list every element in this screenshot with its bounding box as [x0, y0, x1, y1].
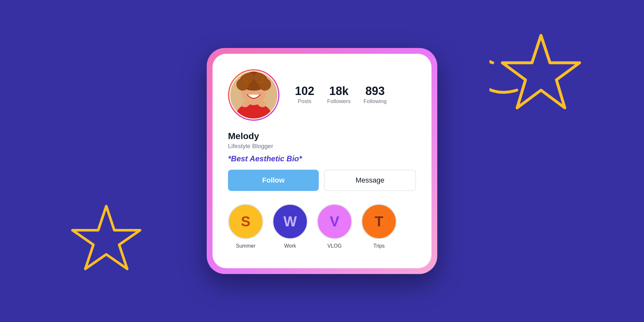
stat-following[interactable]: 893 Following [364, 85, 387, 105]
highlight-letter-work: W [283, 213, 297, 230]
avatar-wrapper [228, 69, 279, 121]
highlight-letter-summer: S [241, 213, 250, 230]
highlight-letter-vlog: V [330, 213, 339, 230]
posts-label: Posts [298, 98, 312, 105]
highlight-circle-work: W [272, 204, 308, 239]
highlight-circle-trips: T [361, 204, 397, 239]
message-button[interactable]: Message [324, 170, 416, 191]
highlight-label-vlog: VLOG [327, 243, 342, 249]
profile-role: Lifestyle Blogger [228, 143, 416, 150]
highlight-circle-vlog: V [317, 204, 352, 239]
stats-container: 102 Posts 18k Followers 893 Following [295, 85, 387, 105]
highlight-item-work[interactable]: WWork [272, 204, 308, 249]
avatar-illustration [230, 71, 277, 118]
profile-name: Melody [228, 131, 416, 141]
action-buttons: Follow Message [228, 170, 416, 191]
highlight-label-work: Work [284, 243, 296, 249]
star-left-decoration [64, 200, 148, 283]
followers-count: 18k [329, 85, 348, 97]
highlight-item-summer[interactable]: SSummer [228, 204, 263, 249]
highlight-label-trips: Trips [374, 243, 385, 249]
highlights-row: SSummerWWorkVVLOGTTrips [228, 204, 416, 249]
highlight-circle-summer: S [228, 204, 263, 239]
profile-info: Melody Lifestyle Blogger *Best Aesthetic… [228, 131, 416, 163]
svg-point-10 [245, 73, 254, 82]
stat-posts[interactable]: 102 Posts [295, 85, 314, 105]
highlight-item-trips[interactable]: TTrips [361, 204, 397, 249]
phone-outer-frame: 102 Posts 18k Followers 893 Following Me… [207, 48, 437, 274]
following-label: Following [364, 98, 387, 105]
stat-followers[interactable]: 18k Followers [327, 85, 351, 105]
avatar-ring [228, 69, 279, 121]
avatar [229, 71, 278, 119]
followers-label: Followers [327, 98, 351, 105]
following-count: 893 [365, 85, 385, 97]
highlight-letter-trips: T [375, 213, 384, 230]
star-right-decoration [489, 26, 592, 129]
phone-mockup: 102 Posts 18k Followers 893 Following Me… [207, 48, 437, 274]
phone-screen: 102 Posts 18k Followers 893 Following Me… [213, 54, 431, 268]
posts-count: 102 [295, 85, 314, 97]
svg-point-11 [254, 73, 262, 82]
profile-bio: *Best Aesthetic Bio* [228, 154, 416, 163]
highlight-item-vlog[interactable]: VVLOG [317, 204, 352, 249]
follow-button[interactable]: Follow [228, 170, 319, 191]
profile-header: 102 Posts 18k Followers 893 Following [228, 69, 416, 121]
highlight-label-summer: Summer [236, 243, 255, 249]
